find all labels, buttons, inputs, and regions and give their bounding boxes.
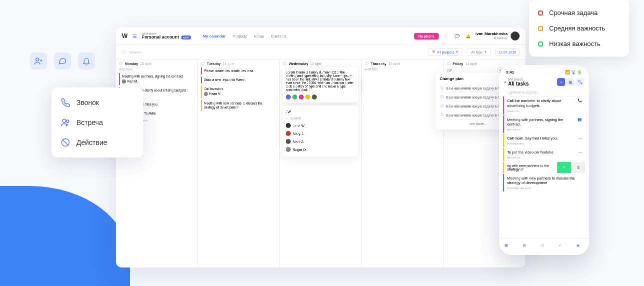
nav-ideas[interactable]: Ideas bbox=[254, 34, 264, 38]
svg-point-6 bbox=[201, 62, 204, 65]
menu-icon[interactable]: ≡ bbox=[504, 80, 506, 84]
add-button[interactable]: + bbox=[557, 78, 565, 86]
date-picker[interactable]: 12.04.2019 bbox=[495, 48, 520, 56]
legend-low: Низкая важность bbox=[531, 36, 627, 52]
user-menu[interactable]: Ivan Marakhovka ⚙ Settings bbox=[476, 32, 520, 40]
legend-medium: Средняя важность bbox=[531, 20, 627, 36]
dot-orange-icon bbox=[538, 26, 543, 31]
tab-profile-icon[interactable]: ◉ bbox=[577, 244, 584, 250]
phone-search[interactable]: ○ Добавить задачу... bbox=[503, 88, 585, 96]
avatar-icon bbox=[292, 94, 297, 100]
avatar-icon bbox=[286, 94, 291, 100]
filter-button[interactable]: ▦ bbox=[567, 78, 575, 86]
action-task[interactable]: Действие bbox=[51, 132, 143, 152]
tab-doc-icon[interactable]: ▢ bbox=[541, 244, 548, 250]
task-card[interactable]: Call investorsИван М. bbox=[201, 86, 276, 98]
phone-task[interactable]: 📞Call the marketer to clarify about adve… bbox=[503, 96, 585, 114]
phone-task[interactable]: —Call mom. Say that I miss you.Homeproje… bbox=[503, 134, 585, 147]
nav-projects[interactable]: Projects bbox=[233, 34, 247, 38]
bell-icon[interactable] bbox=[78, 52, 95, 70]
action-call[interactable]: Звонок bbox=[51, 92, 143, 112]
svg-point-0 bbox=[36, 58, 39, 61]
action-call-label: Звонок bbox=[76, 98, 99, 106]
avatar-icon bbox=[312, 94, 317, 100]
search-button[interactable]: 🔍 bbox=[576, 78, 584, 86]
nav-contacts[interactable]: Contacts bbox=[271, 34, 287, 38]
col-wednesday: Wednesday12 april Lorem Ipsum is simply … bbox=[280, 60, 362, 268]
task-card[interactable]: Draw a new layout for Week bbox=[201, 76, 276, 84]
add-task[interactable]: Add task bbox=[119, 68, 194, 71]
task-card[interactable]: Please create des create des crea bbox=[201, 68, 276, 74]
dot-red-icon bbox=[538, 10, 543, 16]
svg-point-4 bbox=[122, 50, 125, 53]
phone-task[interactable]: 👥Meeting with partners, signing the cont… bbox=[503, 116, 585, 134]
search-input[interactable]: Search bbox=[122, 50, 424, 54]
bell-icon[interactable]: ♢ bbox=[443, 32, 450, 40]
person-option[interactable]: Roger D. bbox=[286, 146, 355, 154]
person-option[interactable]: John W. bbox=[286, 122, 355, 130]
action-menu: Звонок Встреча Действие bbox=[51, 88, 143, 158]
avatar-icon bbox=[299, 94, 304, 100]
user-plus-icon[interactable] bbox=[30, 52, 47, 70]
svg-point-2 bbox=[66, 120, 69, 122]
phone-task-swiped[interactable]: ng with new partners to the strategy of … bbox=[503, 162, 585, 173]
phone-task-list[interactable]: 📞Call the marketer to clarify about adve… bbox=[503, 96, 585, 226]
phone-task[interactable]: Meeting with new partners to discuss the… bbox=[503, 174, 585, 192]
background-wave bbox=[0, 186, 130, 286]
svg-point-8 bbox=[365, 62, 368, 65]
task-detail[interactable]: Lorem Ipsum is simply dummy text of the … bbox=[283, 68, 358, 102]
avatar bbox=[511, 32, 520, 40]
tab-home-icon[interactable]: ▦ bbox=[505, 244, 512, 250]
svg-point-1 bbox=[62, 119, 66, 122]
toolbar: Search ☰ All projects ▾ All type ▾ 12.04… bbox=[116, 45, 526, 60]
legend-urgent: Срочная задача bbox=[531, 5, 627, 20]
phone-statusbar: 9:41📶 📡 🔋 bbox=[503, 69, 585, 76]
phone-icon: 📞 bbox=[578, 98, 582, 102]
app-window: W ≡ Workspace Personal accountnew My cal… bbox=[116, 28, 526, 268]
app-logo[interactable]: W bbox=[122, 32, 127, 40]
filter-type[interactable]: All type ▾ bbox=[467, 48, 491, 56]
action-meeting[interactable]: Встреча bbox=[51, 112, 143, 132]
phone-mock: 9:41📶 📡 🔋 ≡ My space All tasks + ▦ 🔍 ○ Д… bbox=[499, 65, 589, 255]
col-tuesday: Tuesday11 april Please create des create… bbox=[198, 60, 280, 268]
phone-task[interactable]: —To put the video on Youtuberemont.es bbox=[503, 148, 585, 161]
task-card[interactable]: Meeting with partners, signing the contr… bbox=[119, 73, 194, 85]
app-topbar: W ≡ Workspace Personal accountnew My cal… bbox=[116, 28, 526, 45]
no-phone-badge[interactable]: No phone bbox=[414, 33, 438, 40]
chat-icon[interactable]: 💬 bbox=[454, 32, 461, 40]
people-picker[interactable]: JW ○ Search John W. Mary J. Mark A. Roge… bbox=[283, 106, 358, 156]
chat-icon[interactable] bbox=[54, 52, 71, 70]
complete-button[interactable]: ✓ bbox=[557, 162, 571, 173]
workspace-selector[interactable]: Workspace Personal accountnew bbox=[142, 32, 191, 40]
action-meeting-label: Встреча bbox=[76, 118, 103, 126]
task-card[interactable]: Meeting with new partners to discuss the… bbox=[201, 100, 276, 111]
users-icon: 👥 bbox=[578, 118, 582, 122]
person-option[interactable]: Mark A. bbox=[286, 138, 355, 146]
phone-tabbar: ▦ ▤ ▢ ✓ ◉ bbox=[499, 238, 589, 255]
action-task-label: Действие bbox=[76, 138, 107, 146]
priority-legend: Срочная задача Средняя важность Низкая в… bbox=[529, 0, 629, 56]
person-option[interactable]: Mary J. bbox=[286, 130, 355, 138]
col-thursday: Thursday13 april Add task bbox=[362, 60, 444, 268]
phone-header: ≡ My space All tasks + ▦ 🔍 bbox=[503, 76, 585, 88]
add-task[interactable]: Add task bbox=[365, 68, 440, 71]
tab-list-icon[interactable]: ▤ bbox=[523, 244, 530, 250]
notif-icon[interactable]: 🔔 bbox=[465, 32, 472, 40]
avatar-icon bbox=[305, 94, 310, 100]
nav-calendar[interactable]: My calendar bbox=[203, 34, 226, 38]
dot-green-icon bbox=[538, 42, 543, 46]
floating-icons bbox=[30, 52, 95, 70]
svg-point-5 bbox=[119, 62, 122, 65]
tab-check-icon[interactable]: ✓ bbox=[559, 244, 566, 250]
filter-projects[interactable]: ☰ All projects ▾ bbox=[428, 48, 463, 56]
svg-point-9 bbox=[447, 62, 450, 65]
svg-point-7 bbox=[283, 62, 286, 65]
menu-icon[interactable]: ≡ bbox=[132, 32, 136, 40]
main-nav: My calendar Projects Ideas Contacts bbox=[203, 34, 287, 38]
delete-button[interactable]: 🗑 bbox=[571, 162, 585, 173]
